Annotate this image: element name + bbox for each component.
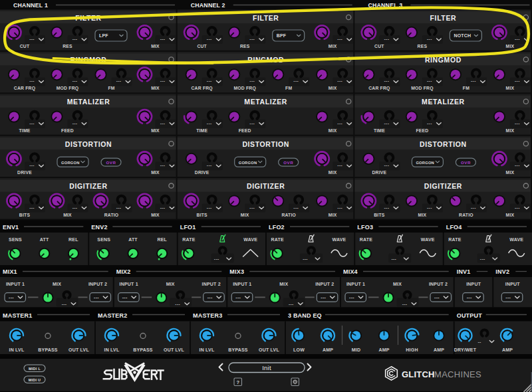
svg-text:---: --- — [29, 37, 35, 41]
svg-text:---: --- — [160, 205, 166, 210]
svg-text:---: --- — [9, 295, 14, 300]
svg-text:AMP: AMP — [378, 347, 389, 352]
svg-text:GORGON: GORGON — [239, 161, 257, 165]
svg-text:METALIZER: METALIZER — [244, 98, 287, 106]
svg-text:FM: FM — [285, 86, 292, 90]
svg-text:TIME: TIME — [374, 128, 385, 133]
svg-text:BYPASS: BYPASS — [133, 347, 153, 352]
svg-text:---: --- — [427, 78, 432, 83]
svg-text:---: --- — [467, 295, 472, 300]
svg-text:GORGON: GORGON — [61, 161, 80, 165]
svg-text:OVR: OVR — [461, 160, 471, 165]
svg-text:MIX: MIX — [329, 86, 337, 90]
svg-text:---: --- — [434, 295, 440, 300]
svg-text:GORGON: GORGON — [416, 161, 434, 165]
svg-text:RATIO: RATIO — [281, 213, 296, 217]
svg-text:BYPASS: BYPASS — [38, 347, 58, 352]
svg-text:---: --- — [72, 78, 78, 83]
svg-text:IN LVL: IN LVL — [104, 347, 120, 352]
svg-text:WAVE: WAVE — [332, 237, 346, 242]
svg-text:ATT: ATT — [128, 237, 138, 242]
svg-text:INV1: INV1 — [457, 268, 471, 275]
svg-text:---: --- — [160, 78, 166, 83]
svg-text:FEED: FEED — [239, 128, 251, 133]
svg-text:SENS: SENS — [9, 237, 22, 242]
svg-text:---: --- — [384, 121, 390, 126]
svg-text:---: --- — [471, 205, 476, 210]
svg-text:---: --- — [207, 205, 212, 210]
svg-text:DIGITIZER: DIGITIZER — [69, 182, 107, 190]
svg-text:---: --- — [384, 78, 390, 83]
svg-text:AMP: AMP — [502, 347, 513, 352]
svg-text:INPUT 1: INPUT 1 — [6, 282, 25, 286]
svg-text:FM: FM — [463, 86, 469, 90]
svg-text:---: --- — [207, 121, 212, 126]
svg-text:ATT: ATT — [40, 237, 49, 242]
svg-text:INPUT: INPUT — [466, 282, 481, 286]
svg-text:---: --- — [480, 256, 485, 261]
svg-text:---: --- — [214, 256, 219, 261]
svg-text:---: --- — [427, 121, 432, 126]
svg-text:TIME: TIME — [19, 128, 30, 133]
svg-text:INPUT 1: INPUT 1 — [233, 282, 251, 286]
svg-text:MIX: MIX — [418, 213, 427, 217]
svg-text:DISTORTION: DISTORTION — [242, 140, 289, 148]
svg-text:---: --- — [505, 295, 511, 300]
svg-text:RATE: RATE — [448, 237, 461, 242]
svg-text:MASTER1: MASTER1 — [3, 312, 32, 319]
svg-text:MIX: MIX — [329, 44, 337, 49]
svg-text:MIX: MIX — [506, 86, 515, 90]
svg-text:MASTER3: MASTER3 — [193, 312, 222, 319]
svg-text:RES: RES — [240, 44, 250, 49]
svg-text:?: ? — [237, 379, 240, 385]
svg-text:LFO3: LFO3 — [357, 224, 373, 231]
svg-text:---: --- — [249, 121, 255, 126]
svg-text:MIX: MIX — [151, 170, 160, 175]
svg-text:DISTORTION: DISTORTION — [65, 140, 112, 148]
svg-text:MOD FRQ: MOD FRQ — [233, 86, 256, 91]
svg-text:---: --- — [515, 78, 520, 83]
svg-text:---: --- — [337, 37, 342, 41]
svg-text:---: --- — [337, 163, 342, 167]
svg-text:WAVE: WAVE — [509, 237, 523, 242]
svg-text:---: --- — [337, 121, 342, 126]
svg-text:INV2: INV2 — [495, 268, 509, 275]
svg-text:---: --- — [62, 302, 67, 306]
svg-text:---: --- — [94, 295, 99, 300]
svg-text:---: --- — [116, 78, 122, 83]
svg-text:---: --- — [235, 295, 241, 300]
svg-text:RES: RES — [418, 44, 428, 49]
svg-text:MIX2: MIX2 — [116, 268, 131, 275]
svg-text:MIX: MIX — [151, 44, 160, 49]
svg-text:---: --- — [207, 37, 212, 41]
svg-text:RATE: RATE — [271, 237, 284, 242]
svg-text:WAVE: WAVE — [421, 237, 435, 242]
svg-text:BITS: BITS — [197, 213, 208, 217]
svg-text:OUT LVL: OUT LVL — [68, 347, 89, 352]
svg-text:BYPASS: BYPASS — [228, 347, 248, 352]
svg-text:NOTCH: NOTCH — [454, 33, 471, 38]
svg-text:---: --- — [72, 121, 78, 126]
svg-text:BITS: BITS — [19, 213, 31, 217]
svg-text:INPUT 2: INPUT 2 — [88, 282, 107, 286]
svg-text:DRIVE: DRIVE — [17, 170, 32, 175]
svg-text:OUTPUT: OUTPUT — [457, 312, 483, 319]
svg-text:MIX: MIX — [329, 213, 337, 217]
svg-text:INPUT: INPUT — [505, 282, 521, 286]
svg-text:ENV2: ENV2 — [91, 224, 107, 231]
svg-text:BPF: BPF — [277, 33, 287, 38]
svg-text:---: --- — [160, 121, 166, 126]
svg-text:---: --- — [116, 205, 122, 210]
svg-text:MASTER2: MASTER2 — [98, 312, 127, 319]
svg-text:---: --- — [384, 205, 390, 210]
svg-text:OUT LVL: OUT LVL — [164, 347, 184, 352]
svg-text:FEED: FEED — [416, 128, 428, 133]
svg-text:MIX: MIX — [151, 128, 160, 133]
svg-text:DRIVE: DRIVE — [372, 170, 387, 175]
svg-text:HIGH: HIGH — [406, 347, 418, 352]
svg-text:LPF: LPF — [99, 33, 108, 38]
svg-text:MOD FRQ: MOD FRQ — [411, 86, 434, 91]
svg-text:---: --- — [29, 121, 35, 126]
svg-text:CHANNEL 2: CHANNEL 2 — [191, 2, 225, 9]
svg-text:DIGITIZER: DIGITIZER — [424, 182, 462, 190]
